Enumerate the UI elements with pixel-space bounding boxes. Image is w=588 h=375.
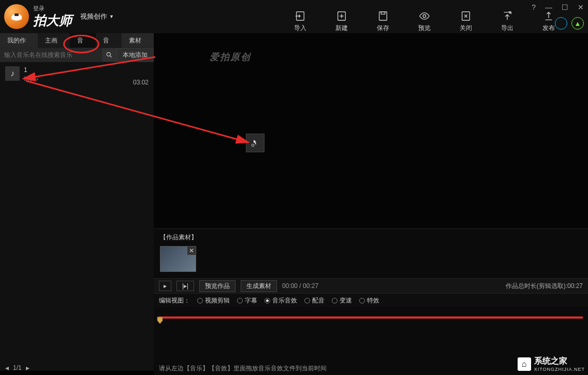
chevron-down-icon: ▼ (109, 14, 114, 19)
pager: ◂ 1/1 ▸ (5, 364, 30, 372)
tab-main-canvas[interactable]: 主画面 (38, 33, 70, 48)
help-icon[interactable]: ? (532, 3, 536, 11)
import-button[interactable]: 导入 (292, 10, 308, 33)
svg-point-7 (107, 52, 110, 56)
svg-point-5 (423, 15, 426, 18)
android-store-icon[interactable]: ▲ (571, 17, 584, 30)
close-icon[interactable]: ✕ (578, 3, 584, 11)
music-item-controls[interactable]: ☐ ▷ › (24, 76, 129, 82)
radio-video-edit[interactable]: 视频剪辑 (197, 296, 230, 305)
assets-strip: ✕ (154, 246, 588, 278)
time-display: 00:00 / 00:27 (282, 282, 318, 290)
local-add-button[interactable]: 本地添加 (116, 48, 154, 62)
music-note-icon: ♪ (5, 66, 20, 81)
maximize-icon[interactable]: ☐ (562, 3, 568, 11)
pager-text: 1/1 (13, 364, 22, 371)
main-toolbar: 导入 新建 保存 预览 关闭 导出 发布 (292, 10, 557, 33)
pager-prev[interactable]: ◂ (5, 364, 9, 372)
assets-label: 【作品素材】 (154, 229, 588, 246)
timeline-playhead[interactable] (157, 316, 162, 324)
pager-next[interactable]: ▸ (26, 364, 30, 372)
close-button[interactable]: 关闭 (458, 10, 474, 33)
music-item-duration: 03:02 (133, 79, 149, 86)
svg-point-8 (252, 144, 254, 147)
mode-dropdown[interactable]: 视频创作▼ (80, 12, 114, 21)
radio-effects[interactable]: 特效 (359, 296, 379, 305)
radio-music-fx[interactable]: 音乐音效 (264, 296, 297, 305)
site-watermark: ⌂ 系统之家 XITONGZHIJIA.NET (518, 356, 585, 372)
edit-view-label: 编辑视图： (159, 296, 190, 305)
asset-remove-icon[interactable]: ✕ (187, 247, 196, 255)
brand-name: 拍大师 (33, 12, 72, 28)
tab-music[interactable]: 音乐 (70, 33, 96, 48)
play-range-button[interactable]: |▸| (177, 281, 194, 291)
panel-tabs: 我的作品 主画面 音乐 音效 素材库 (0, 33, 154, 48)
svg-rect-0 (14, 13, 19, 16)
radio-speed[interactable]: 变速 (332, 296, 352, 305)
apple-store-icon[interactable] (555, 17, 567, 30)
watermark-icon: ⌂ (518, 357, 531, 371)
tab-asset-library[interactable]: 素材库 (122, 33, 154, 48)
login-link[interactable]: 登录 (33, 5, 72, 12)
generate-asset-button[interactable]: 生成素材 (241, 280, 277, 292)
play-button[interactable]: ▸ (159, 281, 171, 291)
preview-work-button[interactable]: 预览作品 (199, 280, 236, 292)
music-list-item[interactable]: ♪ 1 ☐ ▷ › 03:02 (0, 62, 154, 90)
preview-canvas[interactable]: 爱拍原创 (154, 33, 588, 229)
new-button[interactable]: 新建 (333, 10, 350, 33)
preview-watermark: 爱拍原创 (210, 51, 251, 63)
tab-my-works[interactable]: 我的作品 (0, 33, 38, 48)
radio-dubbing[interactable]: 配音 (304, 296, 325, 305)
search-icon[interactable] (102, 48, 116, 62)
app-logo (4, 4, 29, 29)
music-item-title: 1 (24, 66, 129, 74)
drag-cursor-icon (246, 134, 264, 152)
timeline[interactable] (159, 316, 583, 342)
save-button[interactable]: 保存 (375, 10, 391, 33)
music-search-input[interactable] (0, 48, 102, 62)
tab-sound-fx[interactable]: 音效 (96, 33, 122, 48)
timeline-track (159, 316, 583, 319)
radio-subtitle[interactable]: 字幕 (237, 296, 257, 305)
asset-thumbnail[interactable]: ✕ (160, 246, 196, 272)
preview-button[interactable]: 预览 (416, 10, 433, 33)
svg-rect-4 (381, 12, 385, 15)
hint-text: 请从左边【音乐】【音效】里面拖放音乐音效文件到当前时间 (159, 364, 327, 373)
export-button[interactable]: 导出 (499, 10, 516, 33)
minimize-icon[interactable]: — (545, 3, 552, 11)
total-duration: 作品总时长(剪辑选取):00:27 (506, 282, 583, 291)
svg-rect-3 (379, 12, 387, 21)
